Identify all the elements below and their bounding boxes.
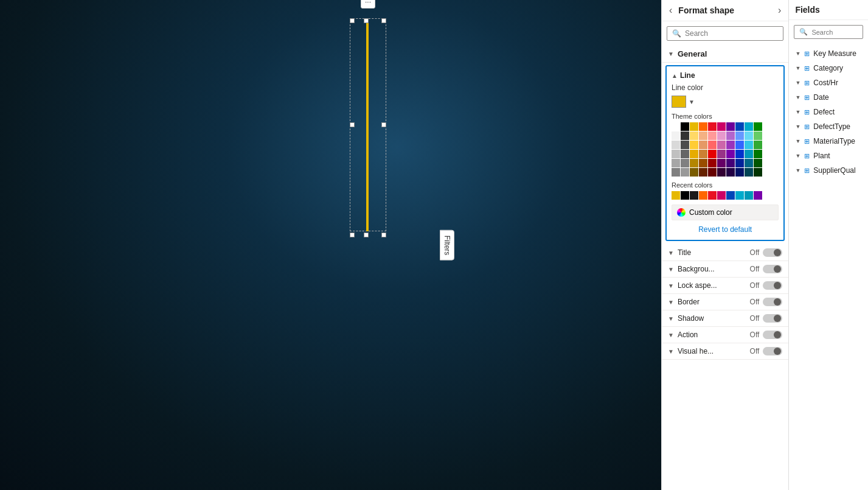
theme-color-cell[interactable] [735,159,744,167]
theme-color-cell[interactable] [726,150,735,158]
theme-color-cell[interactable] [699,122,707,131]
fields-search-input[interactable] [811,29,858,36]
theme-color-cell[interactable] [690,150,698,158]
theme-color-cell[interactable] [699,141,707,149]
field-item[interactable]: ▼ ⊞ Category [789,61,868,75]
theme-color-cell[interactable] [690,168,698,177]
line-subsection[interactable]: ▲ Line [672,71,779,80]
theme-color-cell[interactable] [754,122,762,131]
revert-to-default-link[interactable]: Revert to default [672,224,779,235]
field-item[interactable]: ▼ ⊞ Key Measure [789,46,868,61]
theme-color-cell[interactable] [708,122,717,131]
theme-color-cell[interactable] [681,131,689,140]
theme-color-cell[interactable] [708,131,717,140]
resize-handle-ml[interactable] [350,122,355,127]
theme-color-cell[interactable] [735,141,744,149]
theme-color-cell[interactable] [690,131,698,140]
title-toggle-row[interactable]: ▼ Title Off [662,245,788,261]
recent-color-cell[interactable] [726,191,735,200]
recent-color-cell[interactable] [717,191,726,200]
border-toggle-row[interactable]: ▼ Border Off [662,294,788,310]
filters-tab[interactable]: Filters [440,229,454,261]
resize-handle-bm[interactable] [364,233,369,237]
theme-color-cell[interactable] [699,159,707,167]
resize-handle-mr[interactable] [381,122,386,127]
color-swatch-selected[interactable]: ▼ [672,96,779,108]
field-item[interactable]: ▼ ⊞ Plant [789,149,868,163]
theme-color-cell[interactable] [717,131,726,140]
theme-color-cell[interactable] [672,122,680,131]
resize-handle-tl[interactable] [350,18,355,23]
theme-color-cell[interactable] [672,131,680,140]
resize-handle-tm[interactable] [364,18,369,23]
recent-color-cell[interactable] [672,191,680,200]
border-toggle-switch[interactable] [763,298,782,306]
theme-color-cell[interactable] [699,168,707,177]
general-section-header[interactable]: ▼ General [662,46,788,63]
theme-color-cell[interactable] [754,168,762,177]
theme-color-cell[interactable] [672,150,680,158]
theme-color-cell[interactable] [735,131,744,140]
shape-more-options[interactable]: ··· [361,0,375,9]
swatch-dropdown-btn[interactable]: ▼ [689,99,695,105]
custom-color-button[interactable]: Custom color [672,205,779,220]
field-item[interactable]: ▼ ⊞ Cost/Hr [789,75,868,90]
recent-color-cell[interactable] [708,191,717,200]
theme-color-cell[interactable] [708,159,717,167]
theme-color-cell[interactable] [681,141,689,149]
nav-forward-button[interactable]: › [777,5,782,16]
field-item[interactable]: ▼ ⊞ SupplierQual [789,163,868,178]
theme-color-cell[interactable] [745,141,753,149]
line-collapse-btn[interactable]: ▲ [672,72,678,79]
theme-color-cell[interactable] [726,141,735,149]
theme-color-cell[interactable] [717,141,726,149]
theme-color-cell[interactable] [690,159,698,167]
theme-color-cell[interactable] [708,141,717,149]
resize-handle-bl[interactable] [350,233,355,237]
theme-color-cell[interactable] [681,122,689,131]
theme-color-cell[interactable] [708,150,717,158]
theme-color-cell[interactable] [754,150,762,158]
shadow-toggle-row[interactable]: ▼ Shadow Off [662,310,788,327]
field-item[interactable]: ▼ ⊞ DefectType [789,119,868,134]
lock-aspect-toggle-switch[interactable] [763,281,782,290]
theme-color-cell[interactable] [717,150,726,158]
theme-color-cell[interactable] [672,159,680,167]
theme-color-cell[interactable] [745,159,753,167]
theme-color-cell[interactable] [745,122,753,131]
theme-color-cell[interactable] [726,168,735,177]
visual-header-toggle-row[interactable]: ▼ Visual he... Off [662,343,788,360]
recent-color-cell[interactable] [745,191,753,200]
theme-color-cell[interactable] [745,150,753,158]
recent-color-cell[interactable] [754,191,762,200]
recent-color-cell[interactable] [690,191,698,200]
theme-color-cell[interactable] [735,150,744,158]
recent-color-cell[interactable] [735,191,744,200]
nav-back-button[interactable]: ‹ [668,5,673,16]
theme-color-cell[interactable] [754,159,762,167]
fields-search-box[interactable]: 🔍 [794,25,863,39]
theme-color-cell[interactable] [754,131,762,140]
field-item[interactable]: ▼ ⊞ MaterialType [789,134,868,149]
lock-aspect-toggle-row[interactable]: ▼ Lock aspe... Off [662,278,788,294]
theme-color-cell[interactable] [699,150,707,158]
recent-color-cell[interactable] [681,191,689,200]
selected-color-swatch[interactable] [672,96,686,108]
title-toggle-switch[interactable] [763,248,782,257]
theme-color-cell[interactable] [726,122,735,131]
action-toggle-switch[interactable] [763,331,782,339]
theme-color-cell[interactable] [745,168,753,177]
theme-color-cell[interactable] [726,131,735,140]
theme-color-cell[interactable] [708,168,717,177]
format-search-box[interactable]: 🔍 [667,26,783,41]
theme-color-cell[interactable] [672,168,680,177]
visual-header-toggle-switch[interactable] [763,347,782,355]
theme-color-cell[interactable] [717,168,726,177]
theme-color-cell[interactable] [745,131,753,140]
theme-color-cell[interactable] [672,141,680,149]
theme-color-cell[interactable] [717,122,726,131]
theme-color-cell[interactable] [681,159,689,167]
theme-color-cell[interactable] [735,168,744,177]
recent-color-cell[interactable] [699,191,707,200]
theme-color-cell[interactable] [754,141,762,149]
